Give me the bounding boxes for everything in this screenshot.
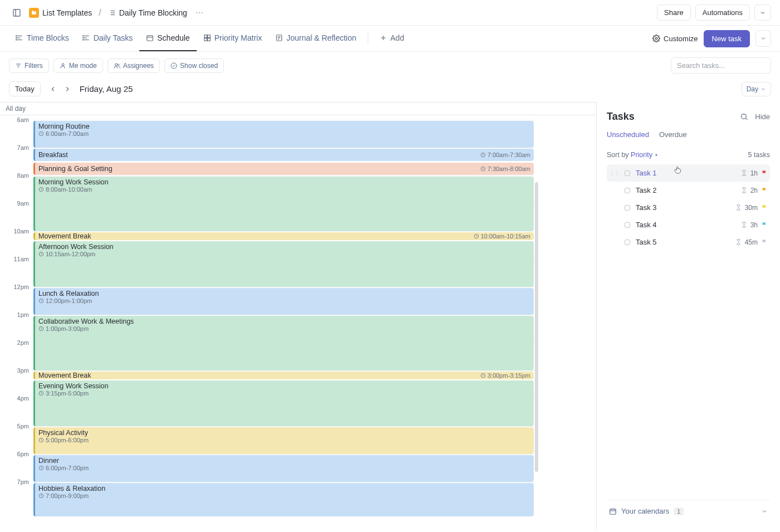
hour-label: 8am [0,171,32,199]
check-circle-icon [170,62,177,69]
grid-line [32,315,535,315]
grid-line [32,454,535,455]
hour-label: 10am [0,227,32,255]
sort-by-label: Sort by [607,151,629,159]
hour-label: 12pm [0,282,32,310]
hour-label: 7pm [0,477,32,505]
calendar-event[interactable]: Collaborative Work & Meetings 1:00pm-3:0… [33,316,534,370]
assignees-button[interactable]: Assignees [108,58,160,73]
me-mode-button[interactable]: Me mode [53,58,103,73]
prev-day-button[interactable] [46,82,60,96]
calendar-event[interactable]: Evening Work Session 3:15pm-5:00pm [33,380,534,426]
sidebar-toggle-icon[interactable] [9,5,25,21]
hour-label: 6pm [0,450,32,477]
breadcrumb-separator: / [99,8,101,18]
status-checkbox[interactable] [625,170,630,176]
search-icon[interactable] [740,113,748,121]
view-tab-time-blocks[interactable]: Time Blocks [9,26,76,51]
svg-point-35 [655,37,657,40]
calendar-event[interactable]: Dinner 6:00pm-7:00pm [33,455,534,482]
task-name: Task 1 [636,169,657,177]
calendar-event[interactable]: Movement Break 3:00pm-3:15pm [33,372,534,379]
svg-rect-0 [13,9,20,16]
filters-label: Filters [25,62,43,70]
calendars-count-badge: 1 [674,507,684,515]
automations-button[interactable]: Automations [695,4,750,21]
breadcrumb-folder[interactable]: List Templates [29,8,92,18]
calendar-event[interactable]: Planning & Goal Setting 7:30am-8:00am [33,163,534,175]
drag-handle-icon[interactable]: ⋮⋮ [609,170,619,176]
hour-label: 3pm [0,366,32,394]
grid-line [32,148,535,148]
automations-label: Automations [703,8,743,17]
sort-field-button[interactable]: Priority [631,151,659,159]
calendar-event[interactable]: Hobbies & Relaxation 7:00pm-9:00pm [33,483,534,516]
svg-point-42 [171,63,177,69]
task-item[interactable]: ⋮⋮Task 22h [607,182,770,199]
svg-point-10 [202,12,203,13]
show-closed-button[interactable]: Show closed [164,58,224,73]
breadcrumb-current-label: Daily Time Blocking [119,8,187,17]
status-checkbox[interactable] [625,188,630,193]
status-checkbox[interactable] [625,240,630,245]
new-task-chevron[interactable] [755,30,771,47]
svg-point-20 [82,36,83,36]
calendar-event[interactable]: Morning Work Session 8:00am-10:00am [33,177,534,231]
status-checkbox[interactable] [625,205,630,211]
range-select[interactable]: Day [742,82,771,96]
your-calendars-label: Your calendars [621,507,669,515]
sort-field-label: Priority [631,151,652,159]
view-tab-priority-matrix[interactable]: Priority Matrix [197,26,269,51]
filters-button[interactable]: Filters [9,58,49,73]
svg-line-57 [746,118,748,120]
task-item[interactable]: ⋮⋮Task 330m [607,199,770,216]
me-mode-label: Me mode [69,62,97,70]
people-icon [114,62,120,69]
hour-label: 9am [0,199,32,227]
search-input[interactable]: Search tasks... [671,57,771,74]
tab-overdue[interactable]: Overdue [659,130,687,141]
today-button[interactable]: Today [9,81,41,96]
task-item[interactable]: ⋮⋮Task 43h [607,216,770,233]
calendar-event[interactable]: Breakfast 7:00am-7:30am [33,149,534,161]
calendar-event[interactable]: Physical Activity 5:00pm-6:00pm [33,427,534,454]
tab-unscheduled[interactable]: Unscheduled [607,130,649,141]
automations-chevron[interactable] [754,4,771,21]
task-item[interactable]: ⋮⋮Task 545m [607,233,770,251]
task-name: Task 2 [636,186,657,194]
next-day-button[interactable] [61,82,74,96]
all-day-label: All day [0,103,596,115]
hour-label: 4pm [0,394,32,422]
calendar-event[interactable]: Morning Routine 6:00am-7:00am [33,121,534,148]
customize-button[interactable]: Customize [652,35,698,43]
status-checkbox[interactable] [625,222,630,228]
calendar-event[interactable]: Lunch & Relaxation 12:00pm-1:00pm [33,288,534,315]
new-task-label: New task [712,35,742,43]
calendar-event[interactable]: Movement Break 10:00am-10:15am [33,232,534,240]
scrollbar[interactable] [535,182,538,472]
task-item[interactable]: ⋮⋮Task 11h [607,164,770,182]
grid-line [32,426,535,427]
your-calendars-row[interactable]: Your calendars 1 [607,500,770,522]
hour-label: 2pm [0,338,32,366]
view-tab-journal-reflection[interactable]: Journal & Reflection [269,26,363,51]
add-view-button[interactable]: Add [373,26,411,51]
share-button[interactable]: Share [657,4,691,21]
task-duration: 45m [745,238,758,246]
tasks-panel-title: Tasks [607,111,635,123]
svg-rect-23 [147,36,153,41]
svg-point-39 [62,64,64,66]
breadcrumb-current[interactable]: Daily Time Blocking [108,8,187,17]
folder-icon [29,8,39,18]
date-title: Friday, Aug 25 [80,84,133,94]
more-icon[interactable] [192,5,207,21]
new-task-button[interactable]: New task [704,30,750,47]
chevron-down-icon [760,86,766,92]
task-name: Task 3 [636,203,657,212]
task-duration: 3h [750,221,758,229]
hide-button[interactable]: Hide [755,113,770,121]
customize-label: Customize [664,35,698,43]
view-tab-daily-tasks[interactable]: Daily Tasks [76,26,140,51]
view-tab-schedule[interactable]: Schedule [139,26,196,51]
calendar-event[interactable]: Afternoon Work Session 10:15am-12:00pm [33,241,534,287]
